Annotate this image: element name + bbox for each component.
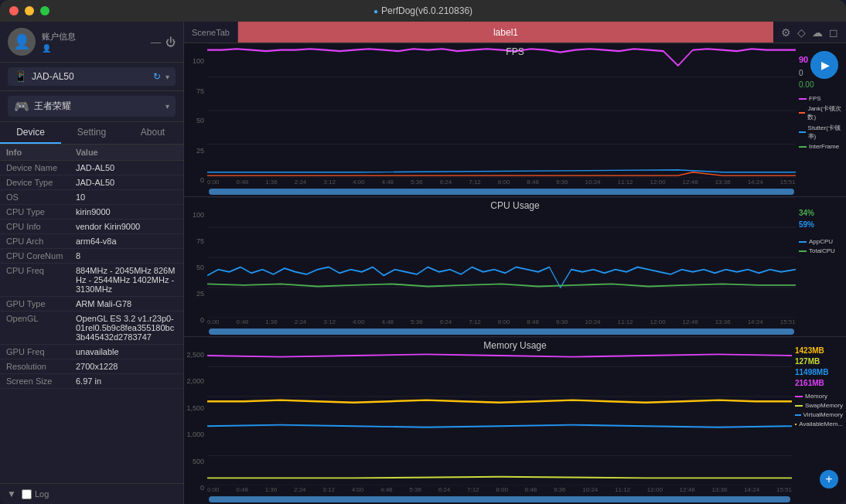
- mem-scrollbar-thumb[interactable]: [209, 496, 790, 502]
- cpu-scrollbar[interactable]: [209, 329, 794, 335]
- fps-x-axis: 0:00 0:48 1:36 2:24 3:12 4:00 4:48 5:36 …: [207, 178, 796, 189]
- game-name: 王者荣耀: [34, 100, 161, 113]
- fps-chart-svg: [207, 43, 796, 178]
- scene-icons: ⚙ ◇ ☁ ◻: [773, 26, 846, 39]
- tab-about[interactable]: About: [122, 122, 183, 144]
- fps-x-0: 0:00: [207, 179, 220, 188]
- mem-y-1500: 1,500: [186, 404, 204, 412]
- fps-x-2: 1:36: [265, 179, 278, 188]
- fps-x-10: 8:00: [498, 179, 510, 188]
- memory-y-axis: 2,500 2,000 1,500 1,000 500 0: [184, 337, 207, 504]
- table-row: CPU Typekirin9000: [0, 205, 183, 220]
- charts-area: SceneTab label1 ⚙ ◇ ☁ ◻ ▶ FPS 1: [184, 22, 846, 504]
- power-icon[interactable]: ⏻: [165, 36, 176, 48]
- info-value: ARM Mali-G78: [76, 299, 177, 308]
- cpu-values: 34% 59% AppCPU TotalCPU: [796, 197, 846, 336]
- fps-legend-jank-dot: [799, 112, 805, 114]
- settings-icon[interactable]: ⚙: [781, 26, 791, 39]
- main-layout: 👤 账户信息 👤 — ⏻ 📱 JAD-AL50 ↻ ▾ 🎮 王者荣耀: [0, 22, 846, 504]
- fps-x-12: 9:36: [556, 179, 568, 188]
- close-button[interactable]: [9, 6, 19, 15]
- device-select-row[interactable]: 📱 JAD-AL50 ↻ ▾: [8, 67, 176, 86]
- mem-legend-virtual: VirtualMemory: [795, 411, 843, 418]
- maximize-button[interactable]: [40, 6, 49, 15]
- mem-legend-memory-label: Memory: [805, 393, 827, 400]
- device-chevron-icon: ▾: [165, 73, 169, 81]
- refresh-icon[interactable]: ↻: [153, 71, 161, 82]
- wifi-icon[interactable]: ◻: [829, 26, 838, 39]
- cpu-legend: AppCPU TotalCPU: [799, 238, 843, 254]
- mem-y-0: 0: [200, 484, 204, 492]
- info-key: CPU CoreNum: [6, 251, 76, 261]
- play-button[interactable]: ▶: [810, 51, 838, 79]
- mem-scrollbar[interactable]: [209, 496, 790, 502]
- memory-chart-title: Memory Usage: [184, 337, 846, 352]
- sidebar: 👤 账户信息 👤 — ⏻ 📱 JAD-AL50 ↻ ▾ 🎮 王者荣耀: [0, 22, 184, 504]
- tab-device[interactable]: Device: [0, 122, 61, 144]
- header-icons: — ⏻: [151, 36, 176, 48]
- cpu-y-axis: 100 75 50 25 0: [184, 197, 207, 336]
- mem-legend-available: AvailableMem...: [795, 421, 843, 427]
- fps-y-0: 0: [200, 176, 204, 184]
- info-key: CPU Arch: [6, 237, 76, 246]
- user-icon[interactable]: —: [151, 36, 161, 48]
- info-value: JAD-AL50: [76, 163, 177, 172]
- mem-y-500: 500: [193, 458, 204, 465]
- fps-x-17: 13:36: [715, 179, 731, 188]
- log-checkbox[interactable]: Log: [22, 489, 49, 499]
- fps-x-7: 5:36: [411, 179, 423, 188]
- table-row: GPU TypeARM Mali-G78: [0, 297, 183, 312]
- cpu-y-75: 75: [196, 237, 204, 245]
- info-table: Info Value Device NameJAD-AL50Device Typ…: [0, 145, 183, 483]
- notification-icon[interactable]: ◇: [797, 26, 806, 39]
- add-metric-button[interactable]: +: [820, 470, 838, 489]
- minimize-button[interactable]: [25, 6, 34, 15]
- avatar: 👤: [8, 28, 36, 56]
- device-selector: 📱 JAD-AL50 ↻ ▾: [0, 63, 183, 91]
- fps-y-75: 75: [196, 87, 204, 95]
- info-key: CPU Info: [6, 222, 76, 231]
- cpu-value-bot: 59%: [799, 220, 843, 229]
- log-checkbox-input[interactable]: [22, 489, 32, 499]
- tab-setting[interactable]: Setting: [61, 122, 122, 144]
- value-col-header: Value: [76, 148, 98, 157]
- fps-chart-title: FPS: [184, 43, 846, 59]
- mem-value-3: 11498MB: [795, 368, 843, 376]
- fps-x-6: 4:48: [381, 179, 394, 188]
- info-key: Device Type: [6, 178, 76, 187]
- cpu-scrollbar-thumb[interactable]: [209, 329, 794, 335]
- cpu-legend-total-label: TotalCPU: [809, 247, 835, 254]
- cpu-y-50: 50: [196, 264, 204, 271]
- memory-chart-body: 2,500 2,000 1,500 1,000 500 0: [184, 337, 846, 504]
- charts-content: ▶ FPS 100 75 50 25 0: [184, 43, 846, 504]
- sidebar-footer: ▼ Log: [0, 483, 183, 504]
- fps-scrollbar[interactable]: [209, 189, 794, 195]
- memory-chart-svg: [207, 337, 792, 485]
- mem-value-2: 127MB: [795, 357, 843, 366]
- account-info: 账户信息 👤: [42, 31, 76, 53]
- info-value: unavailable: [76, 347, 177, 356]
- info-value: 2700x1228: [76, 362, 177, 371]
- info-table-header: Info Value: [0, 145, 183, 161]
- table-row: CPU Archarm64-v8a: [0, 234, 183, 249]
- fps-legend-fps-label: FPS: [809, 95, 821, 102]
- fps-legend-interframe-dot: [799, 146, 807, 148]
- info-key: CPU Freq: [6, 266, 76, 275]
- cpu-y-25: 25: [196, 290, 204, 298]
- fps-scrollbar-thumb[interactable]: [209, 189, 794, 195]
- scroll-down-button[interactable]: ▼: [5, 487, 19, 501]
- device-icon: 📱: [14, 70, 27, 83]
- info-key: Device Name: [6, 163, 76, 172]
- game-select-row[interactable]: 🎮 王者荣耀 ▾: [8, 96, 176, 117]
- fps-chart-area: [207, 43, 796, 178]
- table-row: CPU Freq884MHz - 2045MHz 826MHz - 2544MH…: [0, 264, 183, 297]
- mem-legend-available-label: AvailableMem...: [799, 421, 843, 427]
- cloud-icon[interactable]: ☁: [812, 26, 823, 39]
- fps-chart-inner: 0:00 0:48 1:36 2:24 3:12 4:00 4:48 5:36 …: [207, 43, 796, 196]
- info-value: 6.97 in: [76, 376, 177, 386]
- mem-legend-virtual-dot: [795, 414, 801, 416]
- scene-label-text: label1: [493, 27, 518, 38]
- fps-legend-jank: Jank(卡顿次数): [799, 104, 843, 121]
- table-row: CPU CoreNum8: [0, 249, 183, 264]
- info-value: vendor Kirin9000: [76, 222, 177, 231]
